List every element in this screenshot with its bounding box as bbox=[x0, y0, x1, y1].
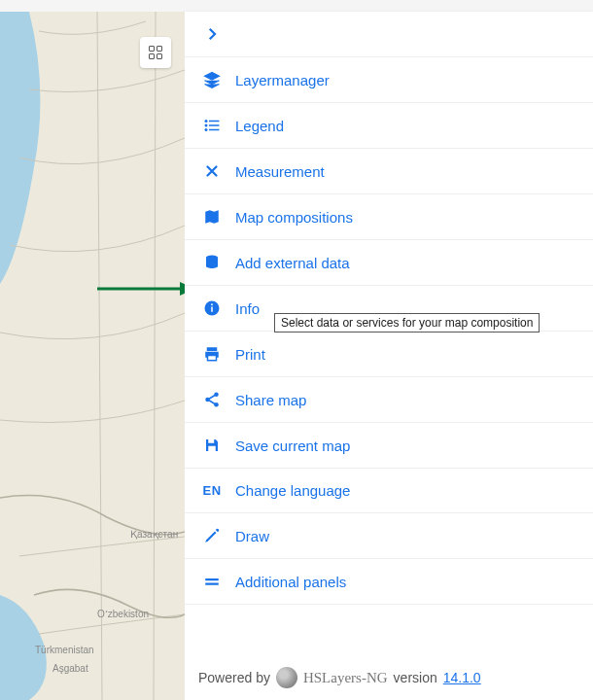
svg-rect-13 bbox=[207, 347, 218, 351]
sidebar-item-print[interactable]: Print bbox=[185, 332, 593, 377]
sidebar: Layermanager Legend Measurement Map comp… bbox=[185, 12, 593, 700]
pencil-icon bbox=[200, 527, 224, 544]
chevron-right-icon bbox=[200, 25, 224, 43]
footer-powered-by: Powered by bbox=[198, 670, 270, 685]
sidebar-item-legend[interactable]: Legend bbox=[185, 103, 593, 149]
sidebar-item-label: Draw bbox=[235, 528, 269, 544]
sidebar-collapse[interactable] bbox=[185, 12, 593, 57]
sidebar-item-measurement[interactable]: Measurement bbox=[185, 149, 593, 194]
info-icon bbox=[200, 299, 224, 317]
map-area[interactable]: Қазақстан Oʻzbekiston Türkmenistan Aşgab… bbox=[0, 12, 185, 700]
sidebar-item-add-external-data[interactable]: Add external data bbox=[185, 240, 593, 286]
svg-rect-15 bbox=[208, 356, 217, 361]
map-icon bbox=[200, 208, 224, 226]
share-icon bbox=[200, 391, 224, 408]
language-en-icon: EN bbox=[200, 483, 224, 498]
svg-point-7 bbox=[205, 128, 208, 131]
save-icon bbox=[200, 437, 224, 454]
footer-version-label: version bbox=[394, 670, 437, 685]
footer-logo-icon bbox=[276, 667, 297, 688]
sidebar-item-label: Map compositions bbox=[235, 209, 353, 226]
map-label-ashgabat: Aşgabat bbox=[52, 663, 88, 674]
svg-line-19 bbox=[209, 396, 215, 400]
list-icon bbox=[200, 117, 224, 134]
sidebar-item-change-language[interactable]: EN Change language bbox=[185, 469, 593, 513]
svg-rect-24 bbox=[205, 583, 219, 585]
svg-point-5 bbox=[205, 124, 208, 127]
menu-icon bbox=[200, 573, 224, 590]
sidebar-item-share-map[interactable]: Share map bbox=[185, 377, 593, 423]
svg-point-12 bbox=[211, 303, 213, 305]
widgets-button[interactable] bbox=[140, 37, 171, 68]
svg-rect-22 bbox=[208, 446, 216, 451]
sidebar-item-map-compositions[interactable]: Map compositions bbox=[185, 194, 593, 240]
top-bar bbox=[0, 0, 593, 12]
svg-line-20 bbox=[209, 401, 215, 404]
database-icon bbox=[200, 254, 224, 271]
map-svg bbox=[0, 12, 185, 700]
map-label-uzbekistan: Oʻzbekiston bbox=[97, 609, 149, 619]
sidebar-item-additional-panels[interactable]: Additional panels bbox=[185, 559, 593, 605]
svg-rect-8 bbox=[209, 129, 220, 131]
map-label-turkmenistan: Türkmenistan bbox=[35, 645, 94, 655]
sidebar-item-label: Additional panels bbox=[235, 574, 346, 590]
sidebar-item-label: Legend bbox=[235, 118, 284, 134]
sidebar-item-label: Info bbox=[235, 300, 260, 317]
svg-rect-11 bbox=[211, 307, 213, 312]
sidebar-item-label: Change language bbox=[235, 482, 350, 499]
footer: Powered by HSLayers-NG version 14.1.0 bbox=[185, 655, 593, 700]
grid-icon bbox=[149, 46, 162, 59]
print-icon bbox=[200, 345, 224, 363]
footer-brand: HSLayers-NG bbox=[303, 670, 388, 686]
sidebar-item-label: Save current map bbox=[235, 438, 350, 454]
layers-icon bbox=[200, 71, 224, 88]
footer-version-link[interactable]: 14.1.0 bbox=[443, 670, 481, 685]
sidebar-item-label: Layermanager bbox=[235, 72, 330, 88]
sidebar-item-label: Add external data bbox=[235, 255, 350, 271]
close-x-icon bbox=[200, 162, 224, 180]
sidebar-item-draw[interactable]: Draw bbox=[185, 513, 593, 559]
sidebar-item-label: Share map bbox=[235, 392, 306, 408]
sidebar-item-save-map[interactable]: Save current map bbox=[185, 423, 593, 469]
tooltip-add-external-data: Select data or services for your map com… bbox=[274, 313, 540, 332]
sidebar-item-layermanager[interactable]: Layermanager bbox=[185, 57, 593, 103]
svg-point-3 bbox=[205, 120, 208, 122]
sidebar-item-label: Print bbox=[235, 346, 265, 363]
sidebar-item-label: Measurement bbox=[235, 163, 325, 180]
app-container: Қазақстан Oʻzbekiston Türkmenistan Aşgab… bbox=[0, 12, 593, 700]
svg-rect-23 bbox=[205, 578, 219, 580]
svg-rect-6 bbox=[209, 124, 220, 126]
map-label-kazakhstan: Қазақстан bbox=[130, 529, 178, 540]
svg-rect-21 bbox=[208, 439, 214, 443]
svg-rect-4 bbox=[209, 121, 220, 122]
